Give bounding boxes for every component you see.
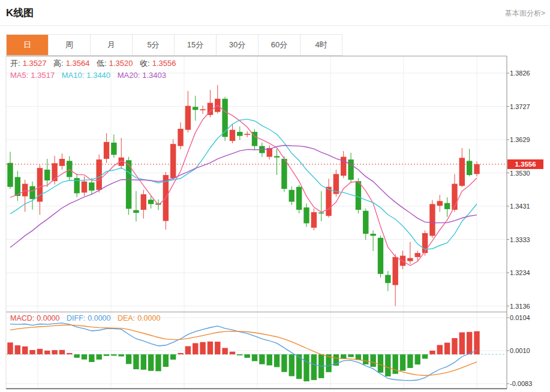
candle-body-down: [303, 207, 309, 223]
macd-bar: [126, 354, 131, 364]
tab-1[interactable]: 周: [49, 35, 91, 55]
macd-bar: [326, 354, 331, 372]
candle-body-up: [326, 187, 331, 216]
tab-2[interactable]: 月: [91, 35, 133, 55]
candle-body-down: [444, 203, 450, 209]
candle-body-down: [296, 187, 302, 210]
macd-bar: [44, 351, 50, 354]
macd-bar: [348, 354, 353, 357]
macd-bar: [392, 354, 398, 374]
tab-5[interactable]: 30分: [217, 35, 259, 55]
macd-bar: [185, 346, 191, 355]
ma20-value: 1.3403: [142, 71, 166, 80]
macd-bar: [341, 354, 346, 358]
candle-body-up: [407, 258, 413, 261]
tab-3[interactable]: 5分: [133, 35, 175, 55]
candle-body-up: [200, 109, 205, 110]
macd-bar: [378, 354, 383, 373]
candle-body-up: [429, 204, 435, 236]
candle-body-up: [230, 130, 235, 141]
macd-bar: [82, 354, 87, 360]
price-axis-label: 1.3136: [510, 303, 547, 310]
ma5-label: MA5:: [10, 71, 28, 80]
candle-body-down: [318, 213, 324, 214]
macd-bar: [289, 354, 294, 376]
macd-bar: [281, 354, 287, 372]
macd-bar: [222, 348, 227, 354]
macd-bar: [163, 354, 169, 367]
macd-readout: MACD:0.0000 DIFF:0.0000 DEA:0.0000: [10, 314, 165, 322]
candle-body-up: [244, 134, 250, 135]
macd-bar: [437, 345, 443, 355]
ma-readout: MA5:1.3517 MA10:1.3440 MA20:1.3403: [10, 71, 171, 80]
macd-bar: [52, 350, 57, 354]
candle-body-up: [215, 99, 220, 112]
low-value: 1.3520: [109, 59, 133, 68]
diff-line: [10, 323, 477, 381]
macd-bar: [193, 343, 198, 355]
candle-body-down: [281, 159, 287, 189]
candle-body-down: [385, 275, 390, 284]
tab-0[interactable]: 日: [7, 35, 49, 55]
ma10-value: 1.3440: [86, 71, 110, 80]
macd-axis-label: -0.0083: [510, 380, 547, 387]
macd-bar: [356, 354, 361, 360]
macd-bar: [37, 349, 43, 354]
macd-bar: [452, 338, 457, 354]
candle-body-up: [37, 168, 43, 201]
open-value: 1.3527: [23, 59, 47, 68]
candle-body-up: [459, 158, 465, 186]
candle-body-up: [178, 129, 183, 146]
candle-body-down: [111, 143, 116, 155]
candle-body-up: [341, 157, 346, 176]
macd-bar: [259, 354, 265, 364]
candle-body-down: [133, 210, 139, 213]
candle-body-up: [333, 174, 339, 194]
macd-bar: [267, 354, 272, 365]
macd-bar: [444, 343, 450, 355]
price-axis-label: 1.3530: [510, 170, 547, 177]
candle-body-down: [467, 161, 472, 175]
candle-body-down: [126, 160, 131, 209]
macd-bar: [400, 354, 405, 370]
diff-label: DIFF:: [67, 314, 85, 322]
candle-body-up: [96, 159, 101, 190]
dea-label: DEA:: [118, 314, 135, 322]
tab-6[interactable]: 60分: [259, 35, 300, 55]
macd-bar: [29, 350, 35, 354]
ma10-label: MA10:: [62, 71, 85, 80]
macd-bar: [74, 354, 79, 358]
macd-bar: [96, 354, 101, 360]
price-axis-label: 1.3727: [510, 103, 547, 110]
candle-body-up: [119, 158, 124, 166]
macd-bar: [474, 331, 479, 355]
last-price-badge: 1.3556: [507, 159, 543, 169]
candle-body-down: [67, 161, 72, 177]
ohlc-readout: 开:1.3527 高:1.3564 低:1.3520 收:1.3556: [10, 58, 181, 69]
macd-bar: [274, 354, 279, 367]
kline-page: K线图 基本面分析> 日周月5分15分30分60分4时 开:1.3527 高:1…: [0, 0, 550, 392]
macd-bar: [208, 342, 213, 354]
candle-body-down: [222, 99, 227, 137]
price-axis-label: 1.3234: [510, 269, 547, 276]
candle-body-up: [22, 184, 28, 197]
tab-4[interactable]: 15分: [175, 35, 217, 55]
candle-body-down: [237, 132, 242, 136]
macd-bar: [370, 354, 375, 367]
candle-body-down: [74, 178, 79, 193]
fundamental-analysis-link[interactable]: 基本面分析>: [505, 8, 545, 19]
tab-7[interactable]: 4时: [300, 35, 342, 55]
price-axis-label: 1.3629: [510, 136, 547, 143]
macd-bar: [459, 332, 465, 354]
price-axis-label: 1.3826: [510, 70, 547, 77]
close-value: 1.3556: [152, 59, 176, 68]
macd-bar: [111, 354, 116, 355]
candle-body-up: [311, 212, 317, 228]
ma5-line: [10, 105, 477, 266]
ma20-line: [10, 146, 477, 248]
title-divider: [0, 25, 550, 26]
dea-value: 0.0000: [137, 314, 160, 322]
macd-bar: [133, 354, 139, 369]
candle-body-down: [15, 177, 20, 196]
macd-bar: [303, 354, 309, 381]
